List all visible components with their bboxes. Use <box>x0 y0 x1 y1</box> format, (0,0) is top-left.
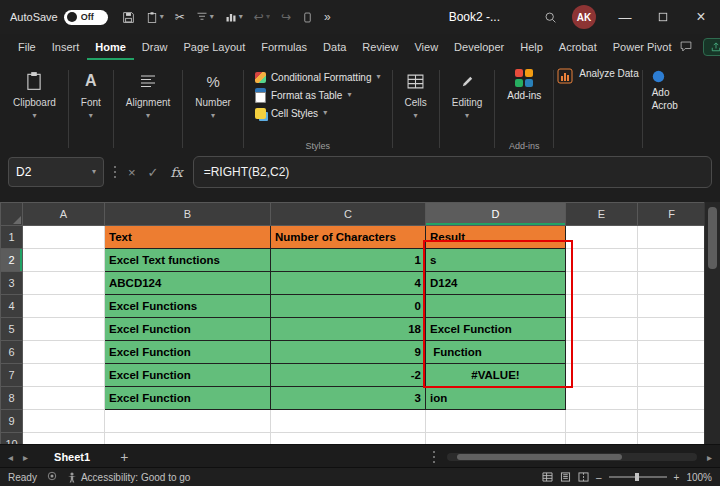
paste-button[interactable]: ▾ <box>146 11 164 24</box>
cell-D7[interactable]: #VALUE! <box>426 364 566 387</box>
cell-B4[interactable]: Excel Functions <box>105 295 271 318</box>
row-header-2[interactable]: 2 <box>1 249 23 272</box>
insert-function-button[interactable]: fx <box>169 165 185 180</box>
cell-F8[interactable] <box>638 387 706 410</box>
tab-home[interactable]: Home <box>87 34 134 60</box>
col-header-A[interactable]: A <box>23 203 105 226</box>
row-header-6[interactable]: 6 <box>1 341 23 364</box>
cell-A4[interactable] <box>23 295 105 318</box>
minimize-button[interactable]: — <box>606 0 644 34</box>
horizontal-scrollbar[interactable] <box>447 453 697 461</box>
cell-B3[interactable]: ABCD124 <box>105 272 271 295</box>
cell-C1[interactable]: Number of Characters <box>271 226 426 249</box>
cancel-button[interactable]: × <box>126 165 138 180</box>
cell-E2[interactable] <box>566 249 638 272</box>
cell-D4[interactable] <box>426 295 566 318</box>
col-header-D[interactable]: D <box>426 203 566 226</box>
cut-button[interactable]: ✂ <box>175 10 185 24</box>
chart-button[interactable]: ▾ <box>225 11 243 23</box>
cell-E1[interactable] <box>566 226 638 249</box>
cell-A8[interactable] <box>23 387 105 410</box>
cell-D6[interactable]: Function <box>426 341 566 364</box>
cell-C2[interactable]: 1 <box>271 249 426 272</box>
cell-B2[interactable]: Excel Text functions <box>105 249 271 272</box>
autosave-toggle[interactable]: AutoSave Off <box>10 10 108 25</box>
format-as-table-button[interactable]: Format as Table ▾ <box>255 86 381 104</box>
horizontal-scrollbar-thumb[interactable] <box>457 454 622 460</box>
row-header-7[interactable]: 7 <box>1 364 23 387</box>
cell-C5[interactable]: 18 <box>271 318 426 341</box>
prev-sheet-button[interactable]: ◂ <box>8 452 13 463</box>
cell-A6[interactable] <box>23 341 105 364</box>
adobe-acrobat-button[interactable]: Ado Acrob <box>646 64 692 154</box>
ribbon-group-cells[interactable]: Cells ▾ <box>396 64 436 154</box>
tab-splitter-handle[interactable] <box>433 456 435 458</box>
sheet-tab-sheet1[interactable]: Sheet1 <box>38 445 106 469</box>
cell-D9[interactable] <box>426 410 566 433</box>
cell-F3[interactable] <box>638 272 706 295</box>
touch-mode-button[interactable] <box>302 11 313 24</box>
ribbon-group-editing[interactable]: Editing ▾ <box>443 64 492 154</box>
next-sheet-button[interactable]: ▸ <box>23 452 28 463</box>
col-header-C[interactable]: C <box>271 203 426 226</box>
undo-button[interactable]: ↩ ▾ <box>254 10 270 24</box>
page-layout-view-button[interactable] <box>560 472 571 482</box>
formula-input[interactable]: =RIGHT(B2,C2) <box>193 156 712 188</box>
row-header-9[interactable]: 9 <box>1 410 23 433</box>
cell-B8[interactable]: Excel Function <box>105 387 271 410</box>
comments-button[interactable] <box>679 40 693 55</box>
row-header-4[interactable]: 4 <box>1 295 23 318</box>
ribbon-group-number[interactable]: % Number ▾ <box>186 64 240 154</box>
zoom-in-button[interactable]: + <box>674 472 680 483</box>
col-header-F[interactable]: F <box>638 203 706 226</box>
cell-F4[interactable] <box>638 295 706 318</box>
cell-D5[interactable]: Excel Function <box>426 318 566 341</box>
col-header-E[interactable]: E <box>566 203 638 226</box>
avatar[interactable]: AK <box>572 5 596 29</box>
cell-A3[interactable] <box>23 272 105 295</box>
tab-help[interactable]: Help <box>512 34 551 60</box>
tab-page-layout[interactable]: Page Layout <box>175 34 253 60</box>
save-button[interactable] <box>122 11 135 24</box>
macro-record-button[interactable] <box>47 471 57 483</box>
tab-insert[interactable]: Insert <box>44 34 88 60</box>
vertical-scrollbar-thumb[interactable] <box>708 207 717 269</box>
tab-draw[interactable]: Draw <box>134 34 176 60</box>
cell-B6[interactable]: Excel Function <box>105 341 271 364</box>
tab-developer[interactable]: Developer <box>446 34 512 60</box>
row-header-5[interactable]: 5 <box>1 318 23 341</box>
addins-button[interactable]: Add-ins <box>507 69 541 101</box>
row-header-1[interactable]: 1 <box>1 226 23 249</box>
page-break-view-button[interactable] <box>578 472 589 482</box>
cell-C9[interactable] <box>271 410 426 433</box>
more-commands-button[interactable]: » <box>324 10 331 24</box>
cell-D3[interactable]: D124 <box>426 272 566 295</box>
row-header-3[interactable]: 3 <box>1 272 23 295</box>
cell-E4[interactable] <box>566 295 638 318</box>
cell-A9[interactable] <box>23 410 105 433</box>
cell-A1[interactable] <box>23 226 105 249</box>
cell-E8[interactable] <box>566 387 638 410</box>
cell-styles-button[interactable]: Cell Styles ▾ <box>255 104 381 122</box>
share-button[interactable] <box>703 38 720 56</box>
accessibility-status[interactable]: Accessibility: Good to go <box>67 472 191 483</box>
ribbon-group-clipboard[interactable]: Clipboard ▾ <box>4 64 65 154</box>
tab-review[interactable]: Review <box>354 34 406 60</box>
tab-data[interactable]: Data <box>315 34 354 60</box>
col-header-B[interactable]: B <box>105 203 271 226</box>
new-sheet-button[interactable]: + <box>116 449 132 465</box>
cell-E6[interactable] <box>566 341 638 364</box>
cell-C8[interactable]: 3 <box>271 387 426 410</box>
cell-B1[interactable]: Text <box>105 226 271 249</box>
cell-C6[interactable]: 9 <box>271 341 426 364</box>
cell-A5[interactable] <box>23 318 105 341</box>
cell-A7[interactable] <box>23 364 105 387</box>
cell-E5[interactable] <box>566 318 638 341</box>
tab-file[interactable]: File <box>10 34 44 60</box>
sort-filter-button[interactable]: ▾ <box>196 11 214 23</box>
cell-F7[interactable] <box>638 364 706 387</box>
zoom-slider[interactable] <box>609 476 667 478</box>
cell-E9[interactable] <box>566 410 638 433</box>
tab-formulas[interactable]: Formulas <box>253 34 315 60</box>
cell-B9[interactable] <box>105 410 271 433</box>
